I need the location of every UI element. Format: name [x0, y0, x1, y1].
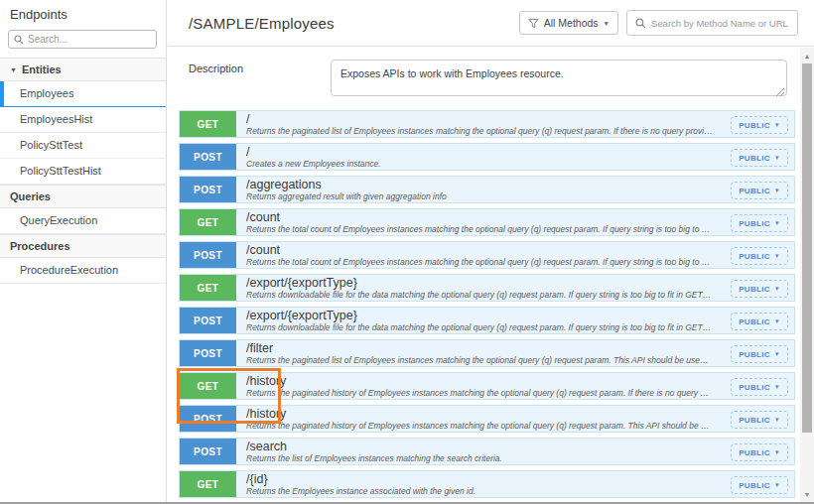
endpoint-row[interactable]: GET /history Returns the paginated histo… [179, 372, 795, 400]
description-label: Description [189, 60, 331, 100]
endpoint-path: /search [246, 441, 727, 453]
caret-down-icon: ▼ [774, 155, 780, 161]
caret-down-icon: ▼ [774, 482, 780, 488]
method-badge: POST [180, 177, 236, 202]
endpoint-description: Returns the total count of Employees ins… [246, 224, 727, 235]
endpoint-row[interactable]: GET /count Returns the total count of Em… [179, 208, 795, 236]
search-icon [14, 35, 24, 45]
visibility-dropdown[interactable]: PUBLIC ▼ [731, 149, 788, 167]
caret-down-icon: ▼ [774, 188, 780, 193]
sidebar-item-employees[interactable]: Employees [0, 81, 166, 107]
endpoint-path: / [246, 146, 727, 159]
scroll-up-icon[interactable]: ▲ [800, 50, 814, 63]
endpoint-description: Creates a new Employees instance. [246, 159, 727, 170]
endpoint-info: /search Returns the list of Employees in… [236, 439, 794, 464]
scroll-down-icon[interactable]: ▼ [800, 488, 814, 501]
caret-down-icon: ▼ [774, 253, 780, 259]
method-badge: POST [180, 340, 236, 366]
section-label: Entities [22, 59, 62, 81]
visibility-label: PUBLIC [739, 187, 770, 195]
endpoint-row[interactable]: POST / Creates a new Employees instance.… [179, 143, 795, 171]
endpoints-sidebar: Endpoints ▼ Entities Employees Employees… [0, 0, 167, 504]
visibility-label: PUBLIC [739, 416, 770, 425]
visibility-label: PUBLIC [739, 448, 770, 457]
caret-down-icon: ▼ [774, 286, 780, 292]
endpoint-path: /history [246, 375, 727, 388]
visibility-dropdown[interactable]: PUBLIC ▼ [731, 476, 788, 494]
endpoint-row[interactable]: POST /search Returns the list of Employe… [179, 438, 795, 465]
endpoint-info: /count Returns the total count of Employ… [236, 209, 794, 235]
endpoint-info: /aggregations Returns aggregated result … [236, 177, 794, 202]
visibility-dropdown[interactable]: PUBLIC ▼ [731, 116, 788, 134]
endpoint-description: Returns downloadable file for the data m… [246, 290, 727, 301]
caret-down-icon: ▼ [774, 122, 780, 128]
visibility-dropdown[interactable]: PUBLIC ▼ [731, 345, 788, 363]
filter-icon [528, 18, 539, 29]
visibility-label: PUBLIC [739, 121, 770, 130]
scrollbar-thumb[interactable] [802, 63, 812, 433]
visibility-dropdown[interactable]: PUBLIC ▼ [731, 313, 788, 330]
sidebar-item-policystttest[interactable]: PolicySttTest [0, 133, 166, 159]
endpoint-row[interactable]: POST /filter Returns the paginated list … [179, 339, 795, 367]
caret-down-icon: ▼ [774, 449, 780, 455]
visibility-dropdown[interactable]: PUBLIC ▼ [731, 280, 788, 298]
endpoint-info: /export/{exportType} Returns downloadabl… [236, 275, 794, 301]
resize-grip-icon[interactable] [776, 88, 784, 96]
endpoint-description: Returns the paginated list of Employees … [246, 126, 727, 137]
method-badge: GET [180, 373, 236, 399]
caret-down-icon: ▼ [774, 417, 780, 423]
sidebar-item-queryexecution[interactable]: QueryExecution [0, 208, 166, 234]
endpoint-path: /filter [246, 342, 727, 355]
sidebar-title: Endpoints [0, 0, 166, 25]
sidebar-item-procedureexecution[interactable]: ProcedureExecution [0, 258, 166, 284]
section-label: Queries [10, 186, 51, 208]
endpoint-list: GET / Returns the paginated list of Empl… [179, 110, 795, 504]
caret-down-icon: ▼ [774, 351, 780, 357]
visibility-label: PUBLIC [739, 219, 770, 228]
endpoint-info: /filter Returns the paginated list of Em… [236, 340, 794, 366]
visibility-dropdown[interactable]: PUBLIC ▼ [731, 411, 788, 429]
all-methods-dropdown[interactable]: All Methods ▼ [519, 11, 618, 35]
endpoint-row[interactable]: GET /{id} Returns the Employees instance… [179, 470, 795, 498]
sidebar-item-employeeshist[interactable]: EmployeesHist [0, 107, 166, 133]
section-procedures[interactable]: Procedures [0, 234, 166, 258]
visibility-dropdown[interactable]: PUBLIC ▼ [731, 247, 788, 265]
visibility-label: PUBLIC [739, 285, 770, 294]
all-methods-label: All Methods [544, 17, 599, 29]
section-entities[interactable]: ▼ Entities [0, 58, 166, 81]
visibility-label: PUBLIC [739, 317, 770, 326]
endpoint-row[interactable]: POST /count Returns the total count of E… [179, 241, 795, 269]
endpoint-row[interactable]: GET /export/{exportType} Returns downloa… [179, 274, 795, 302]
endpoint-path: / [246, 113, 727, 126]
method-badge: GET [180, 111, 236, 137]
endpoint-row[interactable]: POST /export/{exportType} Returns downlo… [179, 307, 795, 334]
endpoint-row[interactable]: POST /history Returns the paginated hist… [179, 405, 795, 433]
endpoint-path: /count [246, 244, 727, 257]
endpoint-info: /export/{exportType} Returns downloadabl… [236, 308, 794, 333]
page-title: /SAMPLE/Employees [189, 15, 519, 32]
visibility-dropdown[interactable]: PUBLIC ▼ [731, 443, 788, 461]
endpoint-info: /history Returns the paginated history o… [236, 373, 794, 399]
visibility-dropdown[interactable]: PUBLIC ▼ [731, 378, 788, 396]
vertical-scrollbar[interactable]: ▲ ▼ [800, 48, 814, 504]
endpoint-path: /{id} [246, 473, 727, 486]
endpoint-path: /count [246, 211, 727, 224]
endpoint-row[interactable]: POST /aggregations Returns aggregated re… [179, 176, 795, 203]
caret-down-icon: ▼ [774, 318, 780, 324]
sidebar-item-policystttesthist[interactable]: PolicySttTestHist [0, 159, 166, 185]
caret-down-icon: ▼ [774, 220, 780, 226]
sidebar-search-input[interactable] [28, 34, 151, 45]
visibility-label: PUBLIC [739, 383, 770, 392]
method-search[interactable] [626, 10, 798, 36]
endpoint-row[interactable]: GET / Returns the paginated list of Empl… [179, 110, 795, 138]
sidebar-search[interactable] [8, 30, 157, 49]
visibility-dropdown[interactable]: PUBLIC ▼ [731, 182, 788, 199]
method-badge: POST [180, 406, 236, 432]
endpoint-info: / Creates a new Employees instance. [236, 144, 794, 170]
method-search-input[interactable] [651, 18, 789, 29]
description-textarea[interactable]: Exposes APIs to work with Employees reso… [331, 60, 787, 96]
section-queries[interactable]: Queries [0, 185, 166, 208]
visibility-dropdown[interactable]: PUBLIC ▼ [731, 214, 788, 232]
method-badge: GET [180, 275, 236, 301]
endpoint-path: /aggregations [246, 179, 727, 191]
